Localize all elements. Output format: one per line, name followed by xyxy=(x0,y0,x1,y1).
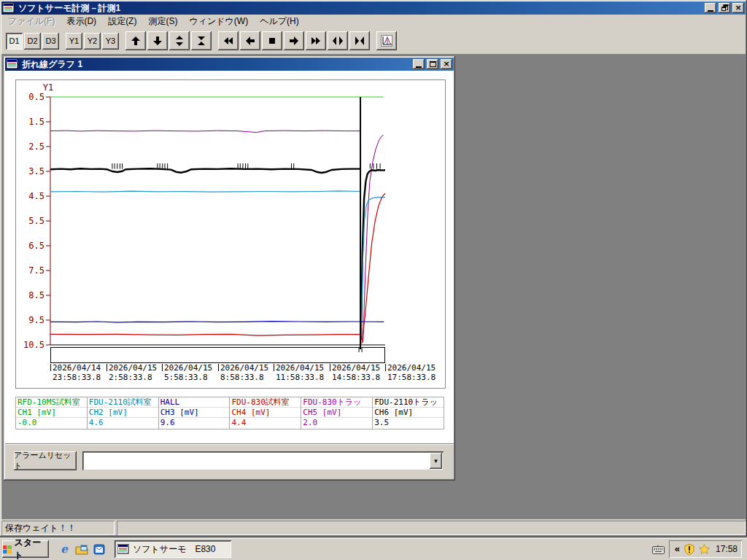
close-button[interactable]: × xyxy=(732,3,744,13)
svg-text:11:58:33.8: 11:58:33.8 xyxy=(276,373,324,382)
channel-label: CH3 [mV] xyxy=(159,408,230,418)
toolbar-group-4 xyxy=(376,31,397,50)
toolbar-button-arrow-up[interactable] xyxy=(125,31,146,50)
toolbar: D1D2D3Y1Y2Y3 xyxy=(1,28,746,53)
channel-name: FDU-830試料室 xyxy=(230,397,301,408)
toolbar-button-fast-rewind[interactable] xyxy=(218,31,239,50)
toolbar-button-fast-forward[interactable] xyxy=(306,31,326,50)
svg-text:6.5: 6.5 xyxy=(28,241,44,251)
graph-client-area: Y10.51.52.53.54.55.56.57.58.59.510.52026… xyxy=(5,71,454,479)
arrow-left-icon xyxy=(244,35,256,47)
graph-window-icon xyxy=(7,59,18,69)
status-panel-empty xyxy=(117,521,746,535)
expand-horizontal-icon xyxy=(332,35,344,47)
quick-launch-bar: e xyxy=(52,542,112,556)
task-app-icon xyxy=(117,544,129,554)
menu-item-3[interactable]: 測定(S) xyxy=(142,14,183,30)
toolbar-button-expand-vertical[interactable] xyxy=(169,31,190,50)
toolbar-button-y1[interactable]: Y1 xyxy=(66,33,82,50)
channel-cell-3: HALLCH3 [mV]9.6 xyxy=(159,397,231,429)
tray-expand-chevrons[interactable]: « xyxy=(675,545,680,553)
channel-value: 4.4 xyxy=(230,418,301,427)
toolbar-group-1: Y1Y2Y3 xyxy=(66,33,119,50)
alarm-reset-button[interactable]: アラームリセット xyxy=(14,451,77,470)
close-icon: × xyxy=(443,61,449,68)
channel-name: FDU-2110トラッ xyxy=(373,397,444,408)
task-button-softthermo[interactable]: ソフトサーモ E830 xyxy=(115,540,231,558)
toolbar-button-line-chart[interactable] xyxy=(376,31,397,50)
graph-window: 折れ線グラフ 1 × Y10.51.52.53.54.55.56.57.58.5… xyxy=(4,56,455,481)
channel-cell-4: FDU-830試料室CH4 [mV]4.4 xyxy=(230,397,301,429)
channel-value: 9.6 xyxy=(159,418,230,427)
combo-dropdown-button[interactable]: ▼ xyxy=(430,453,442,469)
svg-text:2026/04/15: 2026/04/15 xyxy=(332,363,380,373)
channel-value: -0.0 xyxy=(16,418,87,427)
graph-maximize-button[interactable] xyxy=(427,59,438,69)
line-chart-plot[interactable]: Y10.51.52.53.54.55.56.57.58.59.510.52026… xyxy=(15,79,446,389)
svg-text:23:58:33.8: 23:58:33.8 xyxy=(53,373,101,382)
outlook-window-icon[interactable] xyxy=(93,542,106,556)
status-message: 保存ウェイト！！ xyxy=(1,521,115,535)
fast-forward-icon xyxy=(310,35,322,47)
toolbar-button-y3[interactable]: Y3 xyxy=(102,33,119,50)
restore-icon xyxy=(721,4,729,12)
toolbar-button-d2[interactable]: D2 xyxy=(24,33,41,50)
svg-text:3.5: 3.5 xyxy=(28,166,44,176)
restore-button[interactable] xyxy=(719,3,730,13)
svg-text:2026/04/15: 2026/04/15 xyxy=(387,363,436,373)
minimize-button[interactable] xyxy=(705,3,716,13)
toolbar-button-arrow-down[interactable] xyxy=(147,31,168,50)
channel-name: HALL xyxy=(159,397,230,408)
mdi-workspace: 折れ線グラフ 1 × Y10.51.52.53.54.55.56.57.58.5… xyxy=(1,54,746,519)
star-icon[interactable] xyxy=(699,544,710,554)
channel-cell-2: FDU-2110試料室CH2 [mV]4.6 xyxy=(88,397,159,429)
graph-minimize-button[interactable] xyxy=(413,59,425,69)
minimize-icon xyxy=(708,10,713,12)
menu-item-2[interactable]: 設定(Z) xyxy=(102,14,142,30)
menu-item-0[interactable]: ファイル(F) xyxy=(2,14,61,30)
toolbar-button-expand-horizontal[interactable] xyxy=(328,31,348,50)
toolbar-button-y2[interactable]: Y2 xyxy=(84,33,101,50)
channel-name: FDU-830トラッ xyxy=(301,397,372,408)
status-bar: 保存ウェイト！！ xyxy=(1,521,746,535)
toolbar-group-3 xyxy=(218,31,370,50)
channel-label: CH5 [mV] xyxy=(301,408,372,418)
svg-text:5:58:33.8: 5:58:33.8 xyxy=(164,373,208,382)
svg-text:2026/04/15: 2026/04/15 xyxy=(164,363,212,373)
menu-item-4[interactable]: ウィンドウ(W) xyxy=(183,14,254,30)
svg-text:4.5: 4.5 xyxy=(28,191,44,201)
svg-text:5.5: 5.5 xyxy=(28,216,44,226)
channel-label: CH6 [mV] xyxy=(373,408,444,418)
toolbar-button-stop[interactable] xyxy=(262,31,282,50)
svg-text:0.5: 0.5 xyxy=(28,92,44,102)
menu-item-1[interactable]: 表示(D) xyxy=(61,14,102,30)
taskbar: スタート e ソフトサーモ E830 xyxy=(0,538,747,560)
toolbar-group-2 xyxy=(125,31,212,50)
menubar: ファイル(F)表示(D)設定(Z)測定(S)ウィンドウ(W)ヘルプ(H) xyxy=(1,15,746,28)
toolbar-button-d3[interactable]: D3 xyxy=(42,33,59,50)
toolbar-button-collapse-horizontal[interactable] xyxy=(349,31,370,50)
toolbar-button-collapse-vertical[interactable] xyxy=(191,31,212,50)
svg-text:2:58:33.8: 2:58:33.8 xyxy=(109,373,152,382)
alarm-message-combobox[interactable]: ▼ xyxy=(82,451,444,470)
graph-close-button[interactable]: × xyxy=(441,59,452,69)
start-button[interactable]: スタート xyxy=(2,540,49,558)
svg-text:1.5: 1.5 xyxy=(28,117,44,127)
main-window: ソフトサーモ計測－計測1 × ファイル(F)表示(D)設定(Z)測定(S)ウィン… xyxy=(0,0,747,537)
close-icon: × xyxy=(735,4,741,12)
svg-text:14:58:33.8: 14:58:33.8 xyxy=(332,373,380,382)
toolbar-button-d1[interactable]: D1 xyxy=(6,33,23,50)
internet-explorer-icon[interactable]: e xyxy=(58,542,71,556)
menu-item-5[interactable]: ヘルプ(H) xyxy=(254,14,305,30)
show-desktop-icon[interactable] xyxy=(75,542,88,556)
security-shield-icon[interactable] xyxy=(684,544,694,555)
keyboard-icon[interactable] xyxy=(652,545,665,554)
toolbar-button-arrow-left[interactable] xyxy=(240,31,260,50)
task-button-label: ソフトサーモ E830 xyxy=(133,543,215,556)
channel-cell-6: FDU-2110トラッCH6 [mV]3.5 xyxy=(373,397,444,429)
toolbar-button-arrow-right[interactable] xyxy=(284,31,304,50)
channel-label: CH1 [mV] xyxy=(16,408,87,418)
graph-titlebar[interactable]: 折れ線グラフ 1 × xyxy=(5,58,454,71)
alarm-panel: アラームリセット ▼ xyxy=(5,443,454,479)
main-titlebar[interactable]: ソフトサーモ計測－計測1 × xyxy=(1,1,746,15)
